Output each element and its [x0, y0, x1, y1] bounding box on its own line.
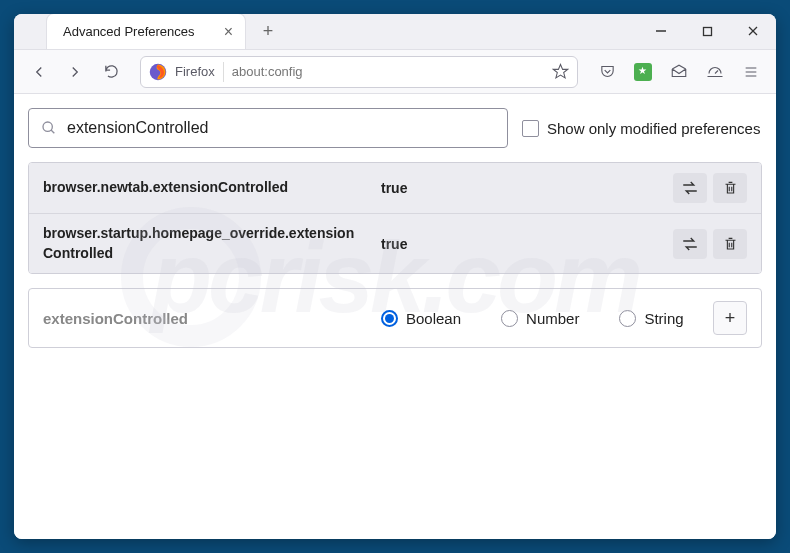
pref-name: browser.newtab.extensionControlled [43, 178, 363, 198]
content-area: Show only modified preferences browser.n… [14, 94, 776, 539]
radio-label: Number [526, 310, 579, 327]
back-button[interactable] [24, 57, 54, 87]
search-row: Show only modified preferences [28, 108, 762, 148]
checkbox-icon [522, 120, 539, 137]
svg-rect-1 [703, 27, 711, 35]
url-text: about:config [232, 64, 544, 79]
close-window-button[interactable] [730, 14, 776, 49]
browser-window: Advanced Preferences × + [14, 14, 776, 539]
preferences-list: browser.newtab.extensionControlled true … [28, 162, 762, 274]
reload-button[interactable] [96, 57, 126, 87]
radio-label: Boolean [406, 310, 461, 327]
toggle-button[interactable] [673, 173, 707, 203]
forward-button[interactable] [60, 57, 90, 87]
new-pref-name: extensionControlled [43, 310, 363, 327]
menu-button[interactable] [736, 57, 766, 87]
radio-label: String [644, 310, 683, 327]
toolbar: Firefox about:config [14, 50, 776, 94]
url-separator [223, 62, 224, 82]
radio-number[interactable]: Number [501, 310, 579, 327]
bookmark-star-icon[interactable] [552, 63, 569, 80]
browser-tab[interactable]: Advanced Preferences × [46, 14, 246, 49]
radio-boolean[interactable]: Boolean [381, 310, 461, 327]
show-modified-checkbox[interactable]: Show only modified preferences [522, 120, 760, 137]
extension-icon[interactable] [628, 57, 658, 87]
search-input[interactable] [67, 119, 495, 137]
window-controls [638, 14, 776, 49]
pref-row[interactable]: browser.newtab.extensionControlled true [29, 163, 761, 213]
radio-icon [381, 310, 398, 327]
minimize-button[interactable] [638, 14, 684, 49]
type-radios: Boolean Number String [381, 310, 713, 327]
url-bar[interactable]: Firefox about:config [140, 56, 578, 88]
firefox-logo-icon [149, 63, 167, 81]
new-pref-row: extensionControlled Boolean Number Strin… [28, 288, 762, 348]
radio-string[interactable]: String [619, 310, 683, 327]
pref-row[interactable]: browser.startup.homepage_override.extens… [29, 213, 761, 273]
pref-value: true [363, 236, 673, 252]
pref-actions [673, 229, 747, 259]
checkbox-label: Show only modified preferences [547, 120, 760, 137]
pocket-icon[interactable] [592, 57, 622, 87]
delete-button[interactable] [713, 173, 747, 203]
svg-point-8 [43, 122, 52, 131]
pref-actions [673, 173, 747, 203]
maximize-button[interactable] [684, 14, 730, 49]
dashboard-icon[interactable] [700, 57, 730, 87]
search-box[interactable] [28, 108, 508, 148]
svg-line-9 [51, 130, 54, 133]
radio-icon [501, 310, 518, 327]
close-tab-icon[interactable]: × [224, 23, 233, 41]
mail-icon[interactable] [664, 57, 694, 87]
pref-name: browser.startup.homepage_override.extens… [43, 224, 363, 263]
radio-icon [619, 310, 636, 327]
url-identity: Firefox [175, 64, 215, 79]
search-icon [41, 120, 57, 136]
toggle-button[interactable] [673, 229, 707, 259]
tab-title: Advanced Preferences [63, 24, 195, 39]
delete-button[interactable] [713, 229, 747, 259]
titlebar: Advanced Preferences × + [14, 14, 776, 50]
pref-value: true [363, 180, 673, 196]
new-tab-button[interactable]: + [254, 17, 282, 45]
add-pref-button[interactable]: + [713, 301, 747, 335]
